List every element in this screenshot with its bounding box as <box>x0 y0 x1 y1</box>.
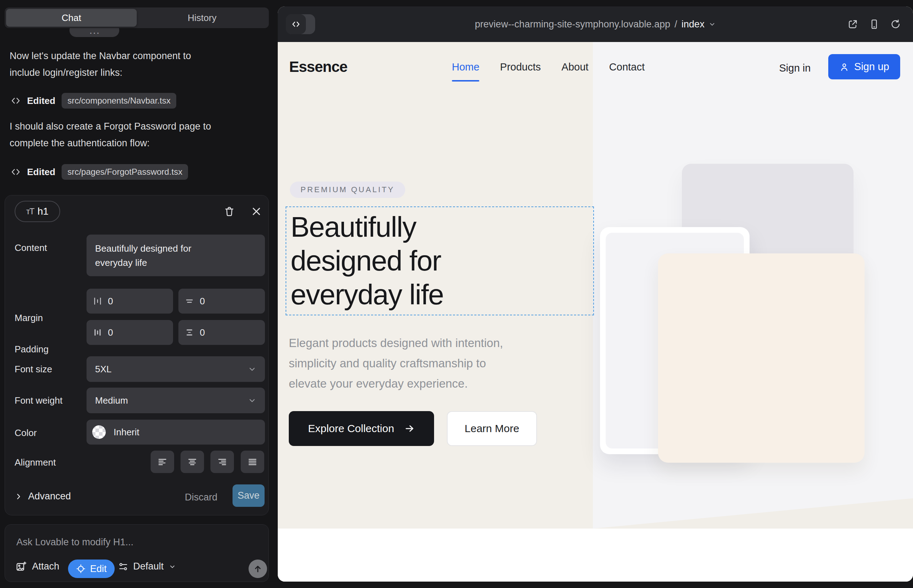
padding-label: Padding <box>15 344 49 355</box>
h1-selection-outline: Beautifully designed for everyday life <box>286 207 594 315</box>
edit-mode-pill[interactable]: Edit <box>68 559 115 578</box>
chevron-down-icon <box>169 563 176 570</box>
explore-collection-button[interactable]: Explore Collection <box>289 411 434 446</box>
chevron-down-icon <box>248 396 256 405</box>
site-nav: Home Products About Contact <box>452 61 645 73</box>
open-external-button[interactable] <box>847 19 858 29</box>
file-badge[interactable]: src/pages/ForgotPassword.tsx <box>62 164 188 180</box>
code-icon <box>11 96 21 106</box>
attach-label: Attach <box>32 561 60 572</box>
align-justify-icon <box>248 457 257 467</box>
hero-heading[interactable]: Beautifully designed for everyday life <box>291 210 444 312</box>
code-icon <box>11 167 21 177</box>
url-host: preview--charming-site-symphony.lovable.… <box>475 19 670 30</box>
content-input[interactable]: Beautifully designed for everyday life <box>87 234 265 276</box>
padding-x-value: 0 <box>108 327 113 338</box>
edited-label: Edited <box>27 166 55 178</box>
margin-vertical-icon <box>185 297 194 306</box>
site-logo[interactable]: Essence <box>289 58 347 76</box>
sign-up-label: Sign up <box>854 61 889 73</box>
chevron-down-icon <box>709 21 716 28</box>
arrow-up-icon <box>253 564 263 574</box>
alignment-label: Alignment <box>15 457 56 468</box>
attach-button[interactable]: Attach <box>16 561 60 572</box>
sign-up-button[interactable]: Sign up <box>828 54 900 79</box>
advanced-toggle[interactable]: Advanced <box>15 491 71 502</box>
learn-more-button[interactable]: Learn More <box>447 411 537 446</box>
close-editor-button[interactable] <box>250 205 263 218</box>
align-justify-button[interactable] <box>241 451 264 473</box>
hero-description: Elegant products designed with intention… <box>289 333 503 394</box>
site-canvas: Essence Home Products About Contact Sign… <box>278 42 913 582</box>
font-size-select[interactable]: 5XL <box>87 356 265 382</box>
align-left-button[interactable] <box>151 451 174 473</box>
margin-x-input[interactable]: 0 <box>87 289 173 313</box>
arrow-right-icon <box>404 423 415 434</box>
nav-link-home[interactable]: Home <box>452 61 479 73</box>
color-label: Color <box>15 428 37 438</box>
font-weight-label: Font weight <box>15 395 62 406</box>
advanced-label: Advanced <box>28 491 71 502</box>
preview-panel: preview--charming-site-symphony.lovable.… <box>278 6 913 582</box>
user-icon <box>839 62 849 72</box>
edited-label: Edited <box>27 95 55 107</box>
tab-history[interactable]: History <box>137 9 267 27</box>
margin-x-value: 0 <box>108 296 113 307</box>
url-display[interactable]: preview--charming-site-symphony.lovable.… <box>278 6 913 42</box>
chevron-down-icon <box>248 365 256 373</box>
sliders-icon <box>118 562 128 572</box>
file-badge[interactable]: src/components/Navbar.tsx <box>62 93 176 108</box>
font-size-value: 5XL <box>95 364 112 375</box>
send-button[interactable] <box>249 559 267 578</box>
color-value: Inherit <box>113 427 139 438</box>
overflow-dots: ··· <box>89 28 100 37</box>
discard-button[interactable]: Discard <box>185 492 218 503</box>
padding-vertical-icon <box>185 328 194 337</box>
align-left-icon <box>157 457 167 467</box>
color-input[interactable]: Inherit <box>87 420 265 444</box>
chat-history-tabs: Chat History <box>5 8 269 28</box>
padding-x-input[interactable]: 0 <box>87 320 173 345</box>
refresh-button[interactable] <box>890 19 901 29</box>
typography-icon: тT <box>26 207 34 216</box>
nav-link-about[interactable]: About <box>562 61 589 73</box>
mobile-view-button[interactable] <box>869 19 879 29</box>
decorative-card-beige <box>658 254 864 463</box>
align-center-icon <box>187 457 197 467</box>
save-button[interactable]: Save <box>233 485 265 507</box>
align-right-button[interactable] <box>210 451 234 473</box>
browser-actions <box>847 6 901 42</box>
file-edit-row: Edited src/components/Navbar.tsx <box>11 93 176 108</box>
composer-input[interactable]: Ask Lovable to modify H1... <box>16 537 134 548</box>
chat-message: Now let's update the Navbar component to… <box>10 48 263 81</box>
sign-in-link[interactable]: Sign in <box>779 62 811 74</box>
chat-sidebar: ··· Chat History Now let's update the Na… <box>0 0 278 588</box>
margin-y-input[interactable]: 0 <box>178 289 265 313</box>
hero-badge: PREMIUM QUALITY <box>290 181 405 198</box>
margin-label: Margin <box>15 312 43 323</box>
padding-horizontal-icon <box>93 328 102 337</box>
element-tag-pill[interactable]: тT h1 <box>15 201 60 222</box>
model-mode-select[interactable]: Default <box>118 561 176 572</box>
lovable-workspace: ··· Chat History Now let's update the Na… <box>0 0 913 588</box>
tab-chat[interactable]: Chat <box>6 9 137 27</box>
margin-horizontal-icon <box>93 297 102 306</box>
align-center-button[interactable] <box>181 451 204 473</box>
content-label: Content <box>15 242 47 254</box>
close-icon <box>251 206 262 217</box>
nav-link-contact[interactable]: Contact <box>609 61 645 73</box>
font-size-label: Font size <box>15 364 52 375</box>
font-weight-select[interactable]: Medium <box>87 388 265 413</box>
chat-composer: Ask Lovable to modify H1... Attach Edit … <box>5 524 269 582</box>
mode-label: Default <box>133 561 164 572</box>
font-weight-value: Medium <box>95 395 128 406</box>
nav-link-products[interactable]: Products <box>500 61 541 73</box>
target-icon <box>76 564 86 574</box>
color-swatch-transparent <box>92 425 106 439</box>
delete-element-button[interactable] <box>223 205 236 218</box>
url-separator: / <box>674 19 677 30</box>
chevron-right-icon <box>15 493 23 501</box>
padding-y-input[interactable]: 0 <box>178 320 265 345</box>
edit-label: Edit <box>90 564 107 575</box>
cta-primary-label: Explore Collection <box>308 423 394 435</box>
